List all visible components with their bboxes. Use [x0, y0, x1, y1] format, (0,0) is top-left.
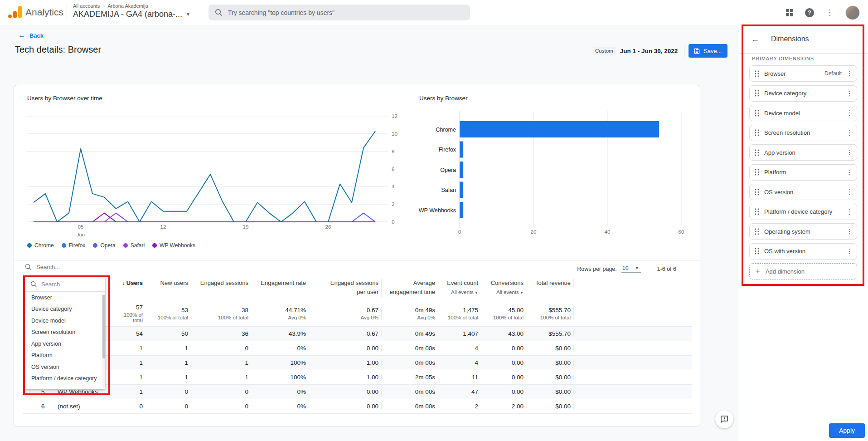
drag-handle-icon[interactable]	[755, 110, 759, 117]
header-new-users[interactable]: New users	[145, 279, 191, 288]
more-vert-icon[interactable]: ⋮	[846, 89, 853, 98]
legend-item-wp-webhooks[interactable]: WP Webhooks	[152, 242, 195, 249]
property-selector[interactable]: AKADEMIJA - GA4 (arbona-... ▼	[73, 10, 190, 19]
dimension-card-platform-device-category[interactable]: Platform / device category⋮	[749, 204, 857, 220]
date-range-picker[interactable]: Jun 1 - Jun 30, 2022	[620, 48, 678, 54]
dimension-card-device-category[interactable]: Device category⋮	[749, 85, 857, 102]
dropdown-search-input[interactable]	[41, 281, 91, 288]
header-engaged-sessions[interactable]: Engaged sessions	[191, 279, 251, 288]
dimension-card-os-version[interactable]: OS version⋮	[749, 184, 857, 200]
table-row[interactable]: 154503643.9%0.670m 49s1,40743.00$555.70	[23, 327, 692, 341]
back-button[interactable]: ← Back	[18, 31, 44, 39]
row-cell: $0.00	[526, 359, 574, 366]
more-vert-icon[interactable]: ⋮	[846, 208, 853, 216]
header-total-revenue[interactable]: Total revenue	[526, 279, 574, 288]
analytics-logo-icon[interactable]	[8, 6, 22, 19]
more-vert-icon[interactable]: ⋮	[846, 188, 853, 196]
series-opera	[34, 213, 375, 222]
bar-firefox[interactable]	[460, 142, 463, 158]
table-row[interactable]: 4111100%1.002m 05s110.00$0.00	[23, 370, 692, 385]
avatar[interactable]	[845, 5, 860, 20]
users-by-browser-bar-chart[interactable]: 0204060ChromeFirefoxOperaSafariWP Webhoo…	[363, 108, 687, 240]
more-vert-icon[interactable]: ⋮	[846, 168, 853, 176]
header-event-count[interactable]: Event countAll events ▼	[438, 279, 481, 297]
header-engagement-rate[interactable]: Engagement rate	[251, 279, 309, 288]
header-users[interactable]: ↓ Users	[114, 279, 145, 288]
bar-safari[interactable]	[460, 182, 463, 198]
drag-handle-icon[interactable]	[755, 248, 759, 255]
header-average[interactable]: Averageengagement time	[381, 279, 438, 297]
dropdown-item-screen-resolution[interactable]: Screen resolution	[25, 327, 105, 338]
table-row[interactable]: 21100%0.000m 00s40.00$0.00	[23, 341, 692, 356]
drag-handle-icon[interactable]	[755, 208, 759, 215]
dimension-card-os-with-version[interactable]: OS with version⋮	[749, 243, 857, 260]
more-vert-icon[interactable]: ⋮	[846, 247, 853, 255]
bar-chrome[interactable]	[460, 121, 659, 137]
dropdown-item-browser[interactable]: Browser	[25, 292, 105, 304]
bar-wp-webhooks[interactable]	[460, 202, 463, 218]
rows-per-page-select[interactable]: 10 ▼	[621, 265, 641, 273]
dropdown-search[interactable]	[25, 276, 105, 292]
all-events-filter[interactable]: All events	[451, 289, 474, 297]
global-search[interactable]	[209, 5, 470, 20]
add-dimension-button[interactable]: + Add dimension	[749, 263, 857, 279]
apply-button[interactable]: Apply	[829, 423, 865, 438]
save-icon	[694, 48, 700, 54]
breadcrumb[interactable]: All accounts › Arbona Akademija	[73, 3, 190, 9]
more-vert-icon[interactable]: ⋮	[826, 8, 834, 17]
dropdown-item-os-version[interactable]: OS version	[25, 361, 105, 373]
dimension-card-device-model[interactable]: Device model⋮	[749, 105, 857, 121]
legend-item-chrome[interactable]: Chrome	[27, 242, 54, 249]
drag-handle-icon[interactable]	[755, 169, 759, 176]
feedback-button[interactable]	[715, 410, 733, 428]
help-icon[interactable]: ?	[805, 8, 814, 17]
dimension-card-app-version[interactable]: App version⋮	[749, 144, 857, 161]
table-row[interactable]: 5WP Webhooks1000%0.000m 00s470.00$0.00	[23, 385, 692, 399]
scrollbar-thumb[interactable]	[102, 295, 105, 358]
drag-handle-icon[interactable]	[755, 90, 759, 97]
dimension-label: Platform	[764, 169, 846, 176]
dimension-label: Screen resolution	[764, 129, 846, 136]
row-cell: 0	[191, 403, 251, 410]
global-search-input[interactable]	[228, 9, 446, 16]
dropdown-item-device-category[interactable]: Device category	[25, 304, 105, 315]
header-engaged-sessions[interactable]: Engaged sessionsper user	[309, 279, 381, 297]
more-vert-icon[interactable]: ⋮	[846, 227, 853, 235]
table-row[interactable]: 6(not set)0000%0.000m 00s22.00$0.00	[23, 399, 692, 414]
apps-grid-icon[interactable]	[786, 9, 793, 16]
table-search[interactable]	[25, 264, 127, 270]
dropdown-item-app-version[interactable]: App version	[25, 338, 105, 350]
dimension-card-operating-system[interactable]: Operating system⋮	[749, 223, 857, 240]
header-conversions[interactable]: ConversionsAll events ▼	[481, 279, 526, 297]
legend-item-opera[interactable]: Opera	[93, 242, 115, 249]
dimension-label: Device model	[764, 110, 846, 117]
more-vert-icon[interactable]: ⋮	[846, 129, 853, 137]
table-search-input[interactable]	[36, 264, 127, 270]
more-vert-icon[interactable]: ⋮	[846, 109, 853, 117]
dimension-card-browser[interactable]: BrowserDefault⋮	[749, 65, 857, 82]
dropdown-item-platform[interactable]: Platform	[25, 350, 105, 362]
drag-handle-icon[interactable]	[755, 70, 759, 77]
dimension-card-platform[interactable]: Platform⋮	[749, 164, 857, 181]
legend-dot	[152, 243, 157, 248]
panel-back-arrow-icon[interactable]: ←	[751, 34, 759, 44]
legend-item-safari[interactable]: Safari	[123, 242, 145, 249]
drag-handle-icon[interactable]	[755, 228, 759, 235]
drag-handle-icon[interactable]	[755, 129, 759, 136]
legend-item-firefox[interactable]: Firefox	[62, 242, 86, 249]
users-over-time-line-chart[interactable]: 02468101205Jun121926	[27, 108, 403, 240]
more-vert-icon[interactable]: ⋮	[846, 69, 853, 78]
bar-opera[interactable]	[460, 162, 463, 178]
drag-handle-icon[interactable]	[755, 149, 759, 156]
table-row[interactable]: 3111100%1.000m 00s40.00$0.00	[23, 356, 692, 370]
drag-handle-icon[interactable]	[755, 189, 759, 196]
save-button[interactable]: Save...	[689, 44, 727, 58]
legend-dot	[123, 243, 128, 248]
search-icon	[215, 9, 223, 16]
more-vert-icon[interactable]: ⋮	[846, 148, 853, 157]
dimension-card-screen-resolution[interactable]: Screen resolution⋮	[749, 125, 857, 141]
dropdown-item-device-model[interactable]: Device model	[25, 315, 105, 327]
search-icon	[30, 281, 37, 288]
dropdown-item-platform-device-category[interactable]: Platform / device category	[25, 373, 105, 385]
all-events-filter[interactable]: All events	[496, 289, 519, 297]
